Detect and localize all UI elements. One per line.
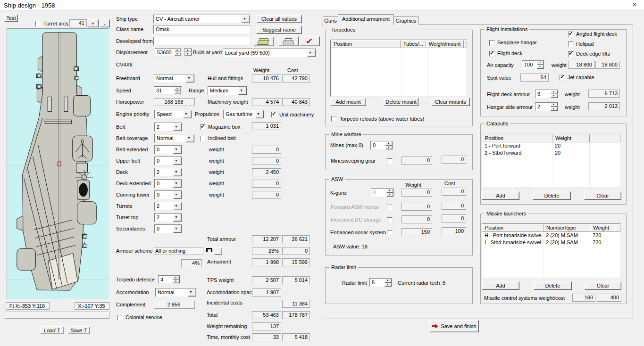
spin-down-icon[interactable]	[551, 107, 558, 111]
displacement-spinner[interactable]: 53600	[155, 48, 182, 57]
catapult-row[interactable]: 2 - Stbd forward 20	[482, 149, 620, 157]
delete-mount-button[interactable]: Delete mount	[384, 98, 418, 106]
chevron-down-icon[interactable]	[173, 123, 182, 131]
belt-coverage-dropdown[interactable]: Normal	[154, 134, 195, 143]
inclined-belt-checkbox[interactable]	[200, 136, 206, 141]
chevron-down-icon[interactable]	[173, 225, 182, 233]
spin-up-icon[interactable]	[385, 279, 392, 283]
unit-machinery-checkbox[interactable]	[271, 112, 277, 117]
spin-up-icon[interactable]	[537, 61, 544, 65]
tab-additional-armament[interactable]: Additional armament	[338, 14, 394, 25]
freeboard-dropdown[interactable]: Normal	[154, 74, 195, 83]
spin-up-icon[interactable]	[174, 87, 181, 91]
missiles-delete-button[interactable]: Delete	[534, 281, 572, 290]
flight-deck-armour-spinner[interactable]: 3	[535, 90, 558, 99]
missiles-col-type[interactable]: Number/type	[544, 224, 590, 232]
propulsion-dropdown[interactable]: Gas turbine	[223, 110, 264, 119]
chevron-down-icon[interactable]	[186, 74, 194, 82]
displacement-fine-spinner[interactable]	[184, 48, 192, 57]
angled-flight-deck-checkbox[interactable]	[568, 32, 574, 37]
spin-up-icon[interactable]	[174, 49, 181, 52]
mines-spinner[interactable]: 0	[370, 141, 393, 150]
chevron-down-icon[interactable]	[173, 191, 182, 199]
chevron-down-icon[interactable]	[173, 146, 182, 154]
spin-up-icon[interactable]	[184, 49, 192, 52]
spin-up-icon[interactable]	[551, 103, 558, 107]
missiles-col-weight[interactable]: Weight	[590, 224, 614, 232]
save-and-finish-button[interactable]: Save and finish	[429, 320, 479, 332]
catapults-list[interactable]: Position Weight 1 - Port forward 20 2 - …	[482, 134, 621, 188]
spin-down-icon[interactable]	[174, 52, 181, 56]
torpedoes-col-position[interactable]: Position	[331, 40, 401, 48]
spin-up-icon[interactable]	[386, 189, 393, 193]
arc-minus-button[interactable]: -	[100, 19, 110, 27]
spin-down-icon[interactable]	[386, 193, 393, 197]
spin-down-icon[interactable]	[184, 52, 192, 56]
spin-down-icon[interactable]	[174, 91, 181, 94]
missile-row[interactable]: H - Port broadside swive... 2 (20) M SAM…	[482, 232, 620, 239]
upper-belt-dropdown[interactable]: 0	[154, 157, 182, 165]
ship-view[interactable]	[7, 28, 109, 299]
torpedoes-col-weight[interactable]: Weight/mount	[426, 40, 464, 48]
chevron-down-icon[interactable]	[173, 214, 182, 222]
spin-up-icon[interactable]	[551, 90, 558, 94]
catapults-col-position[interactable]: Position	[482, 134, 552, 142]
catapults-clear-button[interactable]: Clear	[584, 191, 621, 200]
jet-capable-checkbox[interactable]	[560, 75, 565, 81]
deck-extended-dropdown[interactable]: 0	[154, 179, 182, 188]
armour-scheme-value[interactable]: All or nothing	[154, 247, 203, 255]
conning-tower-dropdown[interactable]: 0	[154, 190, 182, 199]
print-button[interactable]	[278, 36, 299, 46]
hangar-side-armour-spinner[interactable]: 2	[535, 102, 558, 111]
spin-down-icon[interactable]	[551, 94, 558, 99]
belt-dropdown[interactable]: 2	[154, 123, 182, 132]
deck-dropdown[interactable]: 2	[154, 168, 182, 177]
chevron-down-icon[interactable]	[242, 15, 250, 23]
turret-top-dropdown[interactable]: 2	[154, 213, 182, 222]
add-mount-button[interactable]: Add mount	[330, 98, 366, 106]
test-button[interactable]: Test	[4, 14, 18, 22]
chevron-down-icon[interactable]	[173, 168, 182, 176]
range-dropdown[interactable]: Medium	[208, 86, 247, 95]
citadel-button[interactable]	[214, 247, 222, 255]
clear-all-values-button[interactable]: Clear all values	[256, 15, 302, 23]
secondaries-dropdown[interactable]: 0	[154, 224, 182, 233]
spin-up-icon[interactable]	[385, 141, 393, 146]
minesweeping-gear-checkbox[interactable]	[387, 158, 393, 164]
tab-guns[interactable]: Guns	[323, 16, 338, 25]
load-t-button[interactable]: Load T	[40, 326, 64, 334]
chevron-down-icon[interactable]	[255, 110, 264, 118]
chevron-down-icon[interactable]	[173, 202, 182, 210]
speed-spinner[interactable]: 31	[154, 86, 182, 95]
magazine-box-checkbox[interactable]	[200, 124, 206, 130]
suggest-name-button[interactable]: Suggest name	[256, 25, 302, 34]
arc-plus-button[interactable]: +	[87, 19, 99, 27]
turret-arcs-checkbox[interactable]	[35, 21, 41, 26]
kguns-spinner[interactable]: 0	[371, 188, 394, 197]
confirm-button[interactable]: ✓	[299, 36, 320, 46]
chevron-down-icon[interactable]	[173, 157, 182, 165]
torpedo-reloads-checkbox[interactable]	[331, 116, 337, 122]
chevron-down-icon[interactable]	[238, 87, 247, 95]
seaplane-hangar-checkbox[interactable]	[489, 40, 495, 46]
developed-from-input[interactable]	[153, 37, 251, 46]
spin-down-icon[interactable]	[173, 280, 180, 283]
spin-down-icon[interactable]	[385, 283, 392, 287]
torpedo-defence-spinner[interactable]: 4	[158, 275, 180, 284]
engine-priority-dropdown[interactable]: Speed	[154, 110, 192, 119]
turrets-dropdown[interactable]: 2	[154, 202, 182, 211]
torpedoes-col-tubes[interactable]: Tubes/...	[401, 40, 426, 48]
build-at-yard-dropdown[interactable]: Local yard (59 500)	[223, 49, 316, 58]
chevron-down-icon[interactable]	[173, 180, 182, 188]
torpedoes-list[interactable]: Position Tubes/... Weight/mount	[330, 40, 468, 97]
air-capacity-spinner[interactable]: 100	[522, 60, 544, 69]
missiles-add-button[interactable]: Add	[482, 281, 519, 290]
chevron-down-icon[interactable]	[183, 110, 192, 118]
chevron-down-icon[interactable]	[307, 49, 316, 57]
enhanced-sonar-checkbox[interactable]	[387, 230, 393, 236]
class-name-input[interactable]: Omsk	[153, 25, 251, 34]
chevron-down-icon[interactable]	[188, 288, 196, 297]
close-icon[interactable]: ×	[630, 0, 639, 9]
spin-up-icon[interactable]	[173, 276, 180, 280]
missile-launchers-list[interactable]: Position Number/type Weight H - Port bro…	[482, 223, 621, 278]
